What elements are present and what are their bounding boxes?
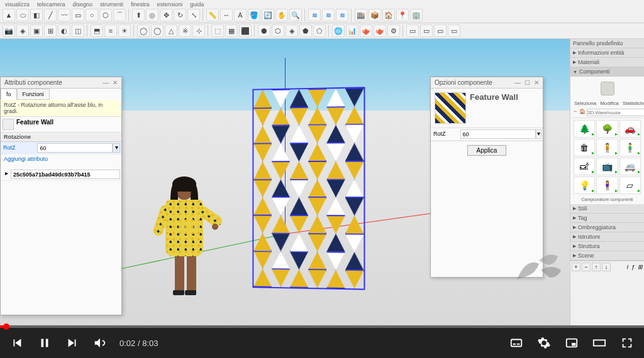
style-tool-5[interactable]: ⊹ bbox=[192, 24, 205, 37]
hash-field[interactable] bbox=[11, 170, 120, 179]
circle-tool[interactable]: ○ bbox=[86, 9, 98, 21]
style-tool-4[interactable]: ※ bbox=[179, 24, 191, 37]
ext-a[interactable]: 🌐 bbox=[332, 24, 345, 37]
attribute-panel[interactable]: Attributi componente —✕ fo Funzioni RotZ… bbox=[0, 77, 122, 315]
home-icon[interactable]: 🏠 bbox=[579, 109, 586, 116]
close-icon[interactable]: ✕ bbox=[534, 79, 539, 86]
dimension-tool[interactable]: ↔ bbox=[220, 9, 233, 21]
tray-panel[interactable]: Pannello predefinito ▶Informazioni entit… bbox=[570, 39, 644, 325]
menu-visualizza[interactable]: visualizza bbox=[5, 1, 30, 6]
ext-c[interactable]: 🫖 bbox=[360, 24, 372, 37]
solid-5[interactable]: ⬠ bbox=[313, 24, 326, 37]
dropdown-icon[interactable]: ▾ bbox=[113, 143, 120, 153]
freehand-tool[interactable]: 〰 bbox=[58, 9, 70, 21]
home-tool[interactable]: 🏠 bbox=[382, 9, 395, 21]
minimize-icon[interactable]: — bbox=[514, 79, 521, 86]
thumb-person2[interactable]: 🧍‍♂️▸ bbox=[619, 139, 641, 156]
tab-stats[interactable]: Statistiche bbox=[623, 100, 644, 106]
orbit-tool[interactable]: 🔄 bbox=[262, 9, 274, 21]
tray-title[interactable]: Pannello predefinito bbox=[570, 39, 644, 48]
minimize-icon[interactable]: — bbox=[103, 79, 109, 86]
menu-guida[interactable]: guida bbox=[190, 1, 204, 6]
thumb-tree[interactable]: 🌲▸ bbox=[574, 120, 595, 138]
building-tool[interactable]: 🏢 bbox=[410, 9, 423, 21]
shade-tool[interactable]: ◐ bbox=[58, 24, 70, 37]
scene-up[interactable]: ↑ bbox=[592, 263, 601, 271]
ext-tool-3[interactable]: ≋ bbox=[336, 9, 348, 21]
captions-button[interactable] bbox=[508, 335, 525, 351]
tab-info[interactable]: fo bbox=[1, 89, 17, 100]
view-3[interactable]: ▭ bbox=[434, 24, 447, 37]
tab-edit[interactable]: Modifica bbox=[600, 100, 619, 106]
xray-tool[interactable]: ◫ bbox=[72, 24, 84, 37]
view-2[interactable]: ▭ bbox=[420, 24, 433, 37]
volume-button[interactable] bbox=[92, 335, 108, 351]
attr-panel-title[interactable]: Attributi componente —✕ bbox=[1, 77, 121, 89]
theater-button[interactable] bbox=[591, 335, 608, 351]
view-1[interactable]: ▭ bbox=[406, 24, 419, 37]
opt-rotz-input[interactable] bbox=[460, 129, 536, 139]
thumb-tv[interactable]: 📺▸ bbox=[596, 158, 618, 175]
miniplayer-button[interactable] bbox=[564, 335, 580, 351]
add-attribute-link[interactable]: Aggiungi attributo bbox=[1, 155, 121, 163]
tab-select[interactable]: Seleziona bbox=[574, 100, 596, 106]
ext-tool-2[interactable]: ≋ bbox=[322, 9, 335, 21]
paint-tool[interactable]: 🪣 bbox=[248, 9, 260, 21]
line-tool[interactable]: ╱ bbox=[44, 9, 57, 21]
close-icon[interactable]: ✕ bbox=[113, 79, 118, 86]
text-tool[interactable]: A bbox=[234, 9, 247, 21]
progress-bar[interactable] bbox=[0, 325, 644, 328]
offset-tool[interactable]: ◎ bbox=[146, 9, 158, 21]
section-tool[interactable]: ⬒ bbox=[91, 24, 103, 37]
solid-1[interactable]: ⬢ bbox=[258, 24, 270, 37]
menu-finestra[interactable]: finestra bbox=[131, 1, 150, 6]
sandbox-3[interactable]: ⬛ bbox=[239, 24, 252, 37]
menu-bar[interactable]: visualizza telecamera disegno strumenti … bbox=[0, 0, 644, 8]
iso-tool[interactable]: ◈ bbox=[16, 24, 29, 37]
style-tool-1[interactable]: ◯ bbox=[137, 24, 150, 37]
thumb-bench[interactable]: 🛋▸ bbox=[574, 158, 595, 175]
maximize-icon[interactable]: ☐ bbox=[525, 79, 530, 86]
menu-estensioni[interactable]: estensioni bbox=[157, 1, 183, 6]
solid-2[interactable]: ⬡ bbox=[272, 24, 284, 37]
shadow-tool[interactable]: ☀ bbox=[118, 24, 131, 37]
location-tool[interactable]: 📍 bbox=[396, 9, 409, 21]
3d-viewport[interactable]: Attributi componente —✕ fo Funzioni RotZ… bbox=[0, 39, 570, 325]
thumb-person3[interactable]: 🧍‍♀️▸ bbox=[596, 176, 618, 194]
rotate-tool[interactable]: ↻ bbox=[174, 9, 186, 21]
layer-tool[interactable]: ≡ bbox=[104, 24, 117, 37]
scene-del[interactable]: − bbox=[582, 263, 591, 271]
thumb-car[interactable]: 🚗▸ bbox=[619, 120, 641, 138]
expand-icon[interactable]: ▸ bbox=[2, 170, 11, 179]
fullscreen-button[interactable] bbox=[619, 335, 635, 351]
ext-e[interactable]: ⚙ bbox=[387, 24, 400, 37]
view-4[interactable]: ▭ bbox=[448, 24, 460, 37]
cube-tool[interactable]: ▣ bbox=[30, 24, 43, 37]
thumb-lamp[interactable]: 💡▸ bbox=[574, 176, 595, 194]
warehouse-tool[interactable]: 🏬 bbox=[355, 9, 367, 21]
solid-3[interactable]: ◈ bbox=[286, 24, 298, 37]
prev-button[interactable] bbox=[9, 335, 25, 351]
eraser-tool[interactable]: ◧ bbox=[30, 9, 43, 21]
push-pull-tool[interactable]: ⬆ bbox=[132, 9, 145, 21]
style-tool-3[interactable]: △ bbox=[165, 24, 177, 37]
sandbox-2[interactable]: ▦ bbox=[225, 24, 238, 37]
tab-functions[interactable]: Funzioni bbox=[17, 89, 50, 100]
dropdown-icon[interactable]: ▾ bbox=[536, 129, 541, 139]
pause-button[interactable] bbox=[36, 335, 53, 351]
scale-tool[interactable]: ⤡ bbox=[187, 9, 200, 21]
solid-4[interactable]: ⬟ bbox=[299, 24, 312, 37]
lasso-tool[interactable]: ⬭ bbox=[16, 9, 29, 21]
video-controls[interactable]: 0:02 / 8:03 bbox=[0, 325, 644, 358]
arc-tool[interactable]: ⌒ bbox=[113, 9, 126, 21]
thumb-tree2[interactable]: 🌳▸ bbox=[596, 120, 618, 138]
menu-disegno[interactable]: disegno bbox=[73, 1, 93, 6]
menu-strumenti[interactable]: strumenti bbox=[100, 1, 123, 6]
opt-panel-title[interactable]: Opzioni componente —☐✕ bbox=[431, 77, 543, 89]
component-tool[interactable]: 📦 bbox=[369, 9, 381, 21]
thumb-bin[interactable]: 🗑▸ bbox=[574, 139, 595, 156]
tape-tool[interactable]: 📏 bbox=[206, 9, 219, 21]
thumb-slab[interactable]: ▱▸ bbox=[619, 176, 641, 194]
settings-button[interactable] bbox=[536, 335, 552, 351]
apply-button[interactable]: Applica bbox=[467, 145, 507, 156]
